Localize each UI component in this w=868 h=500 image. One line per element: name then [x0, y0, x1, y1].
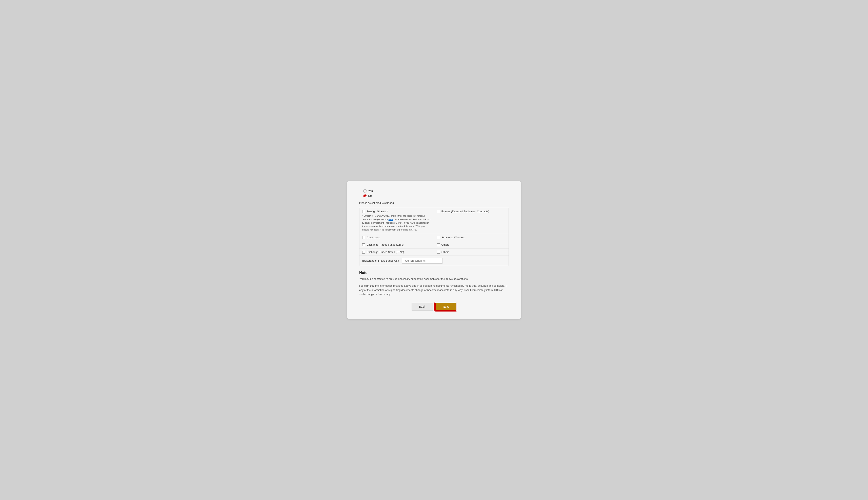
table-row: Exchange Traded Funds (ETFs) Others [359, 241, 509, 248]
table-row: Foreign Shares * * Effective 4 January 2… [359, 208, 509, 234]
foreign-shares-checkbox-item: Foreign Shares * [362, 210, 431, 213]
radio-no-item: No [363, 194, 509, 197]
structured-warrants-checkbox[interactable] [437, 236, 440, 239]
etn-label: Exchange Traded Notes (ETNs) [367, 250, 404, 253]
table-row: Exchange Traded Notes (ETNs) Others [359, 248, 509, 255]
next-button[interactable]: Next [435, 303, 456, 311]
brokerage-row: Brokerage(s) I have traded with [359, 256, 509, 266]
cbbc-label: Others [442, 243, 449, 246]
others-checkbox[interactable] [437, 251, 440, 253]
futures-cell: Futures (Extended Settlement Contracts) [434, 208, 509, 234]
structured-warrants-label: Structured Warrants [442, 236, 465, 239]
radio-no-label: No [368, 194, 372, 197]
radio-no[interactable] [363, 194, 366, 197]
note-title: Note [359, 271, 509, 275]
others-cell: Others [434, 248, 509, 255]
certificates-cell: Certificates [359, 234, 434, 241]
foreign-shares-label: Foreign Shares * [367, 210, 388, 213]
cbbc-checkbox-item: Others [437, 243, 506, 246]
structured-warrants-checkbox-item: Structured Warrants [437, 236, 506, 239]
certificates-checkbox-item: Certificates [362, 236, 431, 239]
futures-checkbox[interactable] [437, 210, 440, 213]
foreign-shares-checkbox[interactable] [362, 210, 365, 213]
radio-group: Yes No [359, 189, 509, 197]
foreign-shares-description: * Effective 4 January 2013, shares that … [362, 214, 431, 231]
note-section: Note You may be contacted to provide nec… [359, 271, 509, 297]
radio-yes-label: Yes [368, 189, 373, 193]
back-button[interactable]: Back [412, 303, 433, 311]
page-container: Yes No Please select products traded : F… [347, 181, 521, 319]
certificates-label: Certificates [367, 236, 380, 239]
products-table: Foreign Shares * * Effective 4 January 2… [359, 208, 509, 255]
cbbc-cell: Others [434, 241, 509, 248]
etn-checkbox[interactable] [362, 251, 365, 253]
etf-label: Exchange Traded Funds (ETFs) [367, 243, 404, 246]
futures-label: Futures (Extended Settlement Contracts) [442, 210, 489, 213]
confirm-text: I confirm that the information provided … [359, 284, 509, 296]
products-section-label: Please select products traded : [359, 202, 509, 204]
button-row: Back Next [359, 303, 509, 311]
here-link[interactable]: here [389, 218, 393, 220]
futures-checkbox-item: Futures (Extended Settlement Contracts) [437, 210, 506, 213]
certificates-checkbox[interactable] [362, 236, 365, 239]
note-text1: You may be contacted to provide necessar… [359, 277, 509, 281]
etf-checkbox-item: Exchange Traded Funds (ETFs) [362, 243, 431, 246]
foreign-shares-cell: Foreign Shares * * Effective 4 January 2… [359, 208, 434, 234]
others-checkbox-item: Others [437, 250, 506, 253]
etn-checkbox-item: Exchange Traded Notes (ETNs) [362, 250, 431, 253]
etf-checkbox[interactable] [362, 243, 365, 246]
structured-warrants-cell: Structured Warrants [434, 234, 509, 241]
cbbc-checkbox[interactable] [437, 243, 440, 246]
brokerage-input[interactable] [402, 258, 443, 264]
table-row: Certificates Structured Warrants [359, 234, 509, 241]
etf-cell: Exchange Traded Funds (ETFs) [359, 241, 434, 248]
others-label: Others [442, 250, 449, 253]
radio-yes-item: Yes [363, 189, 509, 193]
radio-yes[interactable] [363, 189, 366, 193]
brokerage-label: Brokerage(s) I have traded with [362, 259, 399, 262]
etn-cell: Exchange Traded Notes (ETNs) [359, 248, 434, 255]
